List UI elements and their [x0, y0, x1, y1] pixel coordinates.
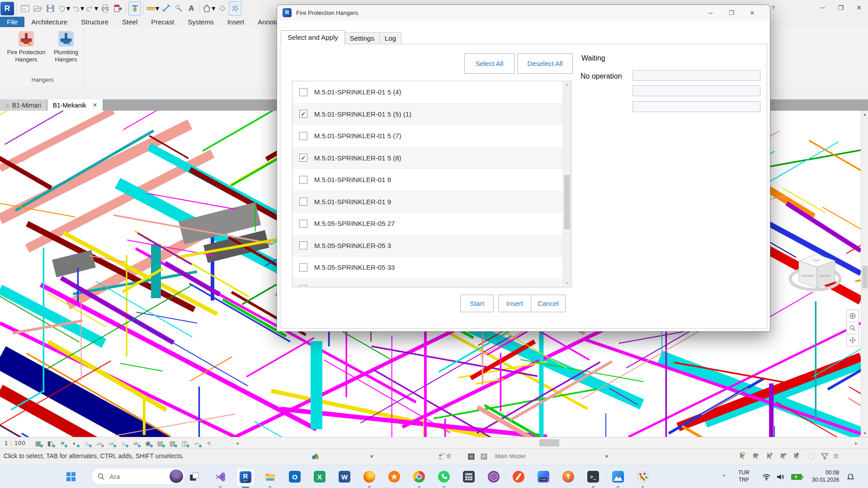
scroll-left-icon[interactable]: ◄	[234, 440, 241, 447]
taskbar-visual-studio-icon[interactable]	[211, 468, 229, 486]
dialog-title-bar[interactable]: R Fire Protection Hangers ─ ❐ ✕	[277, 5, 770, 20]
taskbar-tor-browser-icon[interactable]	[485, 468, 503, 486]
worksharing-display-icon[interactable]: ▤	[154, 438, 166, 448]
ribbon-tab-systems[interactable]: Systems	[181, 17, 221, 27]
list-item[interactable]: M.5.01-SPRINKLER-01 9	[292, 191, 571, 213]
navigation-wheel-icon[interactable]	[846, 310, 859, 322]
scroll-down-icon[interactable]: ▼	[861, 430, 868, 437]
taskbar-paint-palette-icon[interactable]	[634, 468, 652, 486]
dialog-minimize-button[interactable]: ─	[700, 5, 721, 20]
scroll-right-icon[interactable]: ►	[853, 440, 860, 447]
taskbar-search[interactable]	[91, 468, 185, 485]
list-item[interactable]: M.5.01-SPRINKLER-01 8	[292, 169, 571, 191]
ribbon-tab-file[interactable]: File	[0, 17, 24, 27]
open-icon[interactable]	[32, 2, 43, 15]
select-links-icon[interactable]	[738, 451, 749, 461]
viewport-horizontal-scrollbar[interactable]: ◄ ►	[234, 437, 861, 449]
taskbar-sketch-pen-icon[interactable]	[509, 468, 528, 486]
sync-icon[interactable]: ▾	[57, 2, 70, 15]
hanger-host-list[interactable]: M.5.01-SPRINKLER-01 5 (4)✓M.5.01-SPRINKL…	[292, 81, 571, 287]
view-scale[interactable]: 1 : 100	[5, 440, 26, 446]
taskbar-file-explorer-icon[interactable]	[261, 468, 279, 486]
worksets-icon[interactable]	[310, 451, 321, 461]
select-all-button[interactable]: Select All	[464, 53, 514, 74]
list-item[interactable]: M.5.05-SPRINKLER-05 33	[292, 257, 571, 279]
active-design-option[interactable]: Main Model	[495, 453, 525, 460]
volume-icon[interactable]	[776, 468, 784, 486]
tray-chevron-icon[interactable]: ⌃	[722, 468, 726, 486]
taskbar-word-icon[interactable]: W	[335, 468, 354, 486]
pin-toggle-icon[interactable]	[128, 1, 141, 16]
close-view-icon[interactable]: ✕	[93, 102, 98, 108]
render-icon[interactable]: ♨	[81, 438, 93, 448]
notifications-bell-icon[interactable]: z	[846, 468, 855, 486]
thin-lines-icon[interactable]	[229, 1, 241, 16]
lock-3d-view-icon[interactable]: ⌂	[118, 438, 130, 448]
tab-select-and-apply[interactable]: Select and Apply	[281, 30, 345, 45]
section-icon[interactable]	[216, 2, 228, 15]
detail-level-icon[interactable]: ▦	[32, 438, 44, 448]
list-scroll-thumb[interactable]	[564, 175, 570, 229]
taskbar-photos-icon[interactable]	[609, 468, 627, 486]
text-note-icon[interactable]: A	[185, 2, 197, 15]
zoom-icon[interactable]	[846, 322, 859, 334]
search-input[interactable]	[108, 472, 160, 481]
revit-logo-icon[interactable]: R	[0, 2, 14, 15]
collapse-control-bar-icon[interactable]: <	[203, 438, 215, 448]
filter-icon[interactable]	[819, 451, 830, 461]
taskbar-m365-copilot-icon[interactable]: M365	[534, 468, 552, 486]
design-option-dropdown-icon[interactable]: ▼	[601, 451, 612, 461]
select-underlay-elements-icon[interactable]: x	[751, 451, 762, 461]
measure-icon[interactable]: ▾	[146, 2, 159, 15]
wifi-icon[interactable]	[762, 468, 771, 486]
list-item[interactable]: M.5.05-SPRINKLER-05 3	[292, 235, 571, 257]
default-3d-view-icon[interactable]: ▾	[202, 2, 215, 15]
pan-icon[interactable]	[846, 334, 859, 347]
list-item[interactable]: ✓M.5.01-SPRINKLER-01 5 (8)	[292, 147, 571, 169]
background-processes-icon[interactable]	[806, 451, 816, 461]
list-item[interactable]: ✓M.5.01-SPRINKLER-01 5 (5) (1)	[292, 103, 571, 126]
taskbar-avast-icon[interactable]	[385, 468, 403, 486]
dialog-close-button[interactable]: ✕	[742, 5, 763, 20]
save-icon[interactable]	[44, 2, 56, 15]
taskbar-task-view-icon[interactable]	[185, 468, 203, 486]
taskbar-start-icon[interactable]	[62, 468, 80, 486]
tag-by-category-icon[interactable]	[173, 2, 184, 15]
crop-region-icon[interactable]: ▱	[105, 438, 118, 448]
checkbox-unchecked[interactable]	[299, 241, 307, 249]
checkbox-checked[interactable]: ✓	[299, 110, 307, 118]
app-maximize-button[interactable]: ❐	[832, 1, 850, 14]
displaced-elements-icon[interactable]: ◫	[179, 438, 191, 448]
checkbox-checked[interactable]: ✓	[299, 154, 307, 162]
modify-properties-icon[interactable]	[19, 2, 31, 15]
app-close-button[interactable]: ✕	[850, 1, 868, 14]
sun-path-icon[interactable]: ☀	[57, 438, 69, 448]
scroll-up-icon[interactable]: ▲	[861, 111, 868, 118]
temporary-hide-isolate-icon[interactable]: ∞	[130, 438, 142, 448]
ribbon-tab-insert[interactable]: Insert	[221, 17, 251, 27]
shadows-icon[interactable]: ◐	[69, 438, 81, 448]
list-item[interactable]: M.5.05-SPRINKLER-05 6 (1)	[292, 279, 571, 288]
taskbar-chrome-icon[interactable]	[410, 468, 428, 486]
vertical-scroll-thumb[interactable]	[862, 266, 868, 288]
checkbox-unchecked[interactable]	[299, 132, 307, 140]
crop-view-icon[interactable]: ▱✕	[93, 438, 105, 448]
checkbox-unchecked[interactable]	[299, 176, 307, 184]
taskbar-excel-icon[interactable]: X	[311, 468, 329, 486]
ribbon-tab-structure[interactable]: Structure	[74, 17, 115, 27]
tab-log[interactable]: Log	[380, 32, 401, 44]
list-scroll-down-icon[interactable]: ˅	[563, 280, 571, 287]
viewcube[interactable]: TOP FRONT RIGHT	[789, 246, 843, 298]
start-button[interactable]: Start	[460, 295, 494, 312]
checkbox-unchecked[interactable]	[299, 263, 307, 272]
checkbox-unchecked[interactable]	[299, 88, 307, 96]
ribbon-tab-steel[interactable]: Steel	[115, 17, 144, 27]
select-pinned-elements-icon[interactable]	[765, 451, 776, 461]
temporary-view-properties-icon[interactable]: ▧	[166, 438, 179, 448]
taskbar-revit-icon[interactable]: RRVT	[236, 468, 255, 487]
list-scrollbar[interactable]: ˄ ˅	[563, 81, 571, 287]
taskbar-calculator-icon[interactable]	[460, 468, 478, 486]
taskbar-privacy-shield-icon[interactable]	[559, 468, 577, 486]
viewport-vertical-scrollbar[interactable]: ▲ ▼	[861, 111, 868, 437]
view-tab-b1-mimari[interactable]: ⌂ B1-Mimari	[0, 99, 47, 111]
